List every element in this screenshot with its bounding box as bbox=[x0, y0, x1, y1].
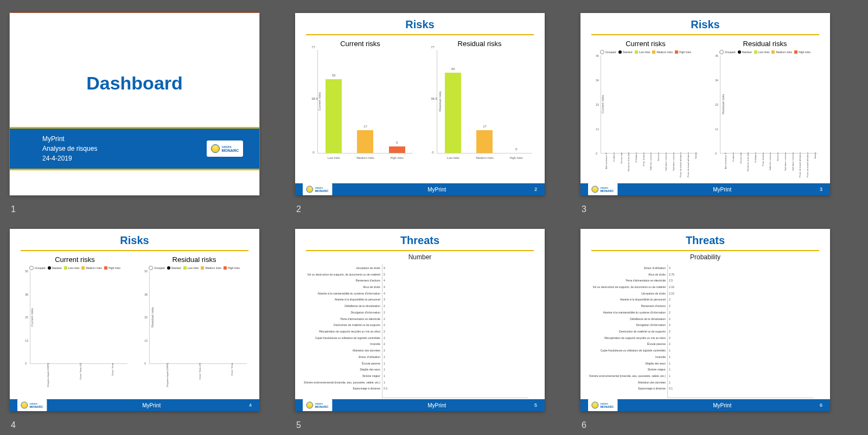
s4-left-title: Current risks bbox=[22, 255, 127, 264]
s3-right-chart: Residual risksAdministrateur ITContainer… bbox=[720, 55, 818, 153]
slide-2-footer: casesMONARC MyPrint 2 bbox=[295, 183, 545, 195]
footer-text: MyPrint bbox=[427, 187, 446, 193]
slide-4-head: Risks bbox=[10, 229, 259, 247]
s5-chart: Usurpation de droits9Vol ou destruction … bbox=[382, 264, 528, 398]
footer-page: 2 bbox=[534, 187, 537, 192]
slide-3-number: 3 bbox=[582, 204, 586, 214]
footer-text: MyPrint bbox=[713, 402, 731, 408]
slide-1[interactable]: Dashboard MyPrint Analyse de risques 24-… bbox=[10, 13, 259, 195]
slide-4-wrap[interactable]: Risks Current risks GroupedStackedLow ri… bbox=[10, 229, 275, 417]
legend: GroupedStackedLow risksMedium risksHigh … bbox=[593, 50, 698, 54]
footer-page: 6 bbox=[820, 402, 822, 408]
footer-logo: casesMONARC bbox=[588, 399, 617, 411]
slide-2-wrap[interactable]: Risks Current risks Current risks 77 38.… bbox=[295, 13, 560, 201]
s2-left-chart: Current risks 77 38.5 0 55Low risks17Med… bbox=[317, 50, 413, 153]
slide-4-charts: Current risks GroupedStackedLow risksMed… bbox=[10, 253, 259, 364]
s2-left-title: Current risks bbox=[308, 40, 413, 48]
date-text: 24-4-2019 bbox=[42, 153, 97, 163]
slide-6-wrap[interactable]: Threats Probability Erreur d'utilisation… bbox=[580, 229, 845, 417]
footer-text: MyPrint bbox=[713, 187, 731, 193]
slide-1-info-band: MyPrint Analyse de risques 24-4-2019 cas… bbox=[10, 127, 259, 170]
slide-2-number: 2 bbox=[296, 204, 301, 214]
logo-icon bbox=[306, 186, 313, 193]
slide-5-footer: casesMONARC MyPrint 5 bbox=[295, 399, 545, 411]
slide-1-meta: MyPrint Analyse de risques 24-4-2019 bbox=[42, 134, 97, 163]
doc-text: Analyse de risques bbox=[42, 144, 97, 153]
footer-page: 5 bbox=[534, 402, 537, 408]
slide-2[interactable]: Risks Current risks Current risks 77 38.… bbox=[295, 13, 545, 195]
rule bbox=[306, 34, 534, 35]
footer-text: MyPrint bbox=[427, 402, 446, 408]
slide-6-footer: casesMONARC MyPrint 6 bbox=[580, 399, 830, 411]
slide-2-head: Risks bbox=[295, 13, 545, 31]
slide-3[interactable]: Risks Current risks GroupedStackedLow ri… bbox=[580, 13, 830, 195]
slide-sorter: Dashboard MyPrint Analyse de risques 24-… bbox=[0, 0, 868, 430]
footer-logo: casesMONARC bbox=[17, 399, 47, 411]
legend: GroupedStackedLow risksMedium risksHigh … bbox=[22, 266, 127, 270]
slide-3-head: Risks bbox=[580, 13, 830, 31]
s5-subtitle: Number bbox=[295, 253, 545, 261]
footer-logo: casesMONARC bbox=[303, 183, 332, 195]
slide-1-number: 1 bbox=[11, 204, 16, 214]
slide-2-charts: Current risks Current risks 77 38.5 0 55… bbox=[295, 37, 545, 153]
slide-3-wrap[interactable]: Risks Current risks GroupedStackedLow ri… bbox=[580, 13, 845, 201]
slide-5-head: Threats bbox=[295, 229, 545, 247]
s2-right-title: Residual risks bbox=[427, 40, 532, 48]
logo-icon bbox=[211, 144, 220, 153]
footer-text: MyPrint bbox=[142, 402, 161, 408]
s2-right-chart: Residual risks 77 38.5 0 60Low risks17Me… bbox=[437, 50, 532, 153]
s3-left-title: Current risks bbox=[593, 40, 698, 48]
slide-4-number: 4 bbox=[11, 420, 16, 430]
s6-subtitle: Probability bbox=[580, 253, 830, 261]
legend: GroupedStackedLow risksMedium risksHigh … bbox=[142, 266, 247, 270]
footer-logo: casesMONARC bbox=[588, 183, 617, 195]
footer-logo: casesMONARC bbox=[303, 399, 332, 411]
slide-6-number: 6 bbox=[582, 420, 586, 430]
footer-page: 3 bbox=[820, 187, 822, 192]
org-text: MyPrint bbox=[42, 134, 97, 144]
s3-right-title: Residual risks bbox=[712, 40, 818, 48]
logo-text: cases MONARC bbox=[222, 145, 239, 152]
slide-6-head: Threats bbox=[580, 229, 830, 247]
legend: GroupedStackedLow risksMedium risksHigh … bbox=[712, 50, 818, 54]
s6-chart: Erreur d'utilisation3Abus de droits2.76P… bbox=[667, 264, 814, 398]
footer-page: 4 bbox=[249, 402, 252, 408]
slide-4-footer: casesMONARC MyPrint 4 bbox=[10, 399, 259, 411]
s4-left-chart: Current risksObligation légale (CNPD)Cli… bbox=[30, 271, 127, 364]
slide-5-wrap[interactable]: Threats Number Usurpation de droits9Vol … bbox=[295, 229, 560, 417]
s3-left-chart: Current risksAdministrateur ITContainerD… bbox=[601, 55, 698, 153]
s4-right-title: Residual risks bbox=[142, 255, 247, 264]
slide-5[interactable]: Threats Number Usurpation de droits9Vol … bbox=[295, 229, 545, 411]
slide-6[interactable]: Threats Probability Erreur d'utilisation… bbox=[580, 229, 830, 411]
slide-3-footer: casesMONARC MyPrint 3 bbox=[580, 183, 830, 195]
slide-4[interactable]: Risks Current risks GroupedStackedLow ri… bbox=[10, 229, 259, 411]
monarc-logo: cases MONARC bbox=[207, 140, 244, 157]
s4-right-chart: Residual risksObligation légale (CNPD)Cl… bbox=[149, 271, 247, 364]
slide-1-title: Dashboard bbox=[10, 73, 259, 94]
slide-1-wrap[interactable]: Dashboard MyPrint Analyse de risques 24-… bbox=[10, 13, 275, 201]
slide-3-charts: Current risks GroupedStackedLow risksMed… bbox=[580, 37, 830, 153]
slide-5-number: 5 bbox=[296, 420, 301, 430]
